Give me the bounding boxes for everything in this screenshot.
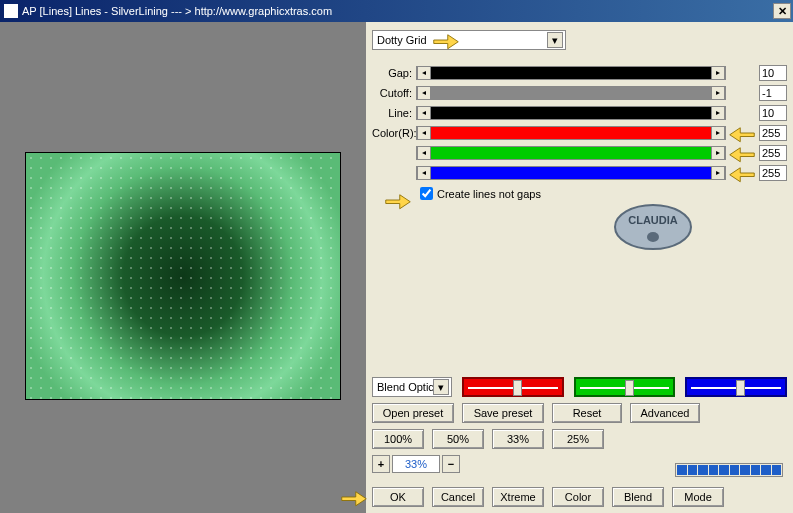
slider-value-input[interactable] — [759, 85, 787, 101]
zoom-preset-button[interactable]: 33% — [492, 429, 544, 449]
pointer-icon — [728, 123, 756, 143]
blend-dropdown-value: Blend Optic — [377, 381, 433, 393]
blue-blend-slider[interactable] — [685, 377, 787, 397]
ok-button[interactable]: OK — [372, 487, 424, 507]
slider-right-icon[interactable]: ▸ — [711, 106, 725, 120]
pointer-icon — [728, 163, 756, 183]
preview-image — [25, 152, 341, 400]
checkbox-label: Create lines not gaps — [437, 188, 541, 200]
slider-value-input[interactable] — [759, 125, 787, 141]
slider-value-input[interactable] — [759, 165, 787, 181]
open-preset-button[interactable]: Open preset — [372, 403, 454, 423]
chevron-down-icon: ▾ — [433, 379, 449, 395]
red-blend-slider[interactable] — [462, 377, 564, 397]
close-button[interactable]: ✕ — [773, 3, 791, 19]
titlebar: AP [Lines] Lines - SilverLining --- > ht… — [0, 0, 793, 22]
zoom-preset-button[interactable]: 100% — [372, 429, 424, 449]
slider-row: Cutoff:◂▸ — [372, 84, 787, 101]
reset-button[interactable]: Reset — [552, 403, 622, 423]
svg-point-0 — [615, 205, 691, 249]
slider-row: ◂▸ — [372, 144, 787, 161]
xtreme-button[interactable]: Xtreme — [492, 487, 544, 507]
create-lines-checkbox[interactable] — [420, 187, 433, 200]
slider-value-input[interactable] — [759, 65, 787, 81]
slider-left-icon[interactable]: ◂ — [417, 146, 431, 160]
zoom-value: 33% — [392, 455, 440, 473]
pattern-dropdown[interactable]: Dotty Grid ▾ — [372, 30, 566, 50]
slider-left-icon[interactable]: ◂ — [417, 126, 431, 140]
slider-row: Color(R):◂▸ — [372, 124, 787, 141]
slider-row: ◂▸ — [372, 164, 787, 181]
mode-button[interactable]: Mode — [672, 487, 724, 507]
slider-label: Color(R): — [372, 127, 412, 139]
blend-button[interactable]: Blend — [612, 487, 664, 507]
slider-right-icon[interactable]: ▸ — [711, 66, 725, 80]
slider-row: Line:◂▸ — [372, 104, 787, 121]
slider-label: Line: — [372, 107, 412, 119]
zoom-out-button[interactable]: − — [442, 455, 460, 473]
pointer-icon — [728, 143, 756, 163]
slider-right-icon[interactable]: ▸ — [711, 146, 725, 160]
slider-left-icon[interactable]: ◂ — [417, 86, 431, 100]
slider-track[interactable]: ◂▸ — [416, 126, 726, 140]
slider-track[interactable]: ◂▸ — [416, 146, 726, 160]
zoom-in-button[interactable]: + — [372, 455, 390, 473]
slider-track[interactable]: ◂▸ — [416, 106, 726, 120]
slider-left-icon[interactable]: ◂ — [417, 166, 431, 180]
slider-right-icon[interactable]: ▸ — [711, 126, 725, 140]
pointer-icon — [384, 190, 412, 210]
slider-track[interactable]: ◂▸ — [416, 166, 726, 180]
svg-point-2 — [647, 232, 659, 242]
slider-row: Gap:◂▸ — [372, 64, 787, 81]
slider-left-icon[interactable]: ◂ — [417, 106, 431, 120]
slider-track[interactable]: ◂▸ — [416, 86, 726, 100]
claudia-logo: CLAUDIA — [613, 202, 693, 252]
save-preset-button[interactable]: Save preset — [462, 403, 544, 423]
slider-label: Gap: — [372, 67, 412, 79]
chevron-down-icon: ▾ — [547, 32, 563, 48]
slider-value-input[interactable] — [759, 145, 787, 161]
color-button[interactable]: Color — [552, 487, 604, 507]
green-blend-slider[interactable] — [574, 377, 676, 397]
slider-track[interactable]: ◂▸ — [416, 66, 726, 80]
advanced-button[interactable]: Advanced — [630, 403, 700, 423]
blend-dropdown[interactable]: Blend Optic ▾ — [372, 377, 452, 397]
controls-pane: Dotty Grid ▾ Gap:◂▸Cutoff:◂▸Line:◂▸Color… — [366, 22, 793, 513]
slider-label: Cutoff: — [372, 87, 412, 99]
slider-left-icon[interactable]: ◂ — [417, 66, 431, 80]
dropdown-value: Dotty Grid — [377, 34, 427, 46]
pointer-icon — [340, 487, 368, 507]
zoom-preset-button[interactable]: 25% — [552, 429, 604, 449]
slider-right-icon[interactable]: ▸ — [711, 86, 725, 100]
preview-pane — [0, 22, 366, 513]
cancel-button[interactable]: Cancel — [432, 487, 484, 507]
zoom-preset-button[interactable]: 50% — [432, 429, 484, 449]
slider-right-icon[interactable]: ▸ — [711, 166, 725, 180]
svg-text:CLAUDIA: CLAUDIA — [628, 214, 678, 226]
progress-bar — [675, 463, 783, 477]
pointer-icon — [432, 30, 460, 50]
slider-value-input[interactable] — [759, 105, 787, 121]
app-icon — [4, 4, 18, 18]
window-title: AP [Lines] Lines - SilverLining --- > ht… — [22, 5, 332, 17]
